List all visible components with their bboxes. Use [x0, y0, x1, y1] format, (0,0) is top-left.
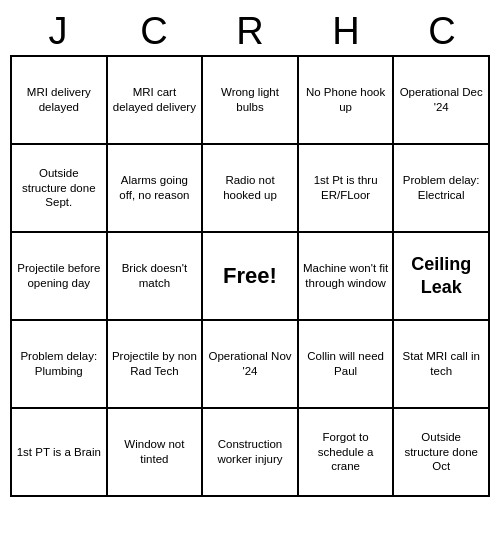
cell-r2-c3: Machine won't fit through window — [299, 233, 395, 321]
cell-r0-c2: Wrong light bulbs — [203, 57, 299, 145]
cell-r4-c4: Outside structure done Oct — [394, 409, 490, 497]
cell-r0-c3: No Phone hook up — [299, 57, 395, 145]
cell-r1-c3: 1st Pt is thru ER/FLoor — [299, 145, 395, 233]
cell-r4-c2: Construction worker injury — [203, 409, 299, 497]
cell-r3-c0: Problem delay: Plumbing — [12, 321, 108, 409]
cell-r1-c2: Radio not hooked up — [203, 145, 299, 233]
header-H-3: H — [298, 8, 394, 55]
cell-r3-c3: Collin will need Paul — [299, 321, 395, 409]
cell-r0-c1: MRI cart delayed delivery — [108, 57, 204, 145]
cell-r1-c4: Problem delay: Electrical — [394, 145, 490, 233]
cell-r1-c1: Alarms going off, no reason — [108, 145, 204, 233]
bingo-grid: MRI delivery delayedMRI cart delayed del… — [10, 55, 490, 497]
cell-r1-c0: Outside structure done Sept. — [12, 145, 108, 233]
cell-r0-c0: MRI delivery delayed — [12, 57, 108, 145]
cell-r0-c4: Operational Dec '24 — [394, 57, 490, 145]
bingo-header: JCRHC — [10, 8, 490, 55]
cell-r3-c1: Projectile by non Rad Tech — [108, 321, 204, 409]
header-R-2: R — [202, 8, 298, 55]
cell-r2-c0: Projectile before opening day — [12, 233, 108, 321]
cell-r2-c2: Free! — [203, 233, 299, 321]
header-C-1: C — [106, 8, 202, 55]
header-C-4: C — [394, 8, 490, 55]
bingo-card: JCRHC MRI delivery delayedMRI cart delay… — [10, 8, 490, 497]
cell-r2-c1: Brick doesn't match — [108, 233, 204, 321]
cell-r3-c4: Stat MRI call in tech — [394, 321, 490, 409]
cell-r2-c4: Ceiling Leak — [394, 233, 490, 321]
cell-r3-c2: Operational Nov '24 — [203, 321, 299, 409]
header-J-0: J — [10, 8, 106, 55]
cell-r4-c0: 1st PT is a Brain — [12, 409, 108, 497]
cell-r4-c3: Forgot to schedule a crane — [299, 409, 395, 497]
cell-r4-c1: Window not tinted — [108, 409, 204, 497]
